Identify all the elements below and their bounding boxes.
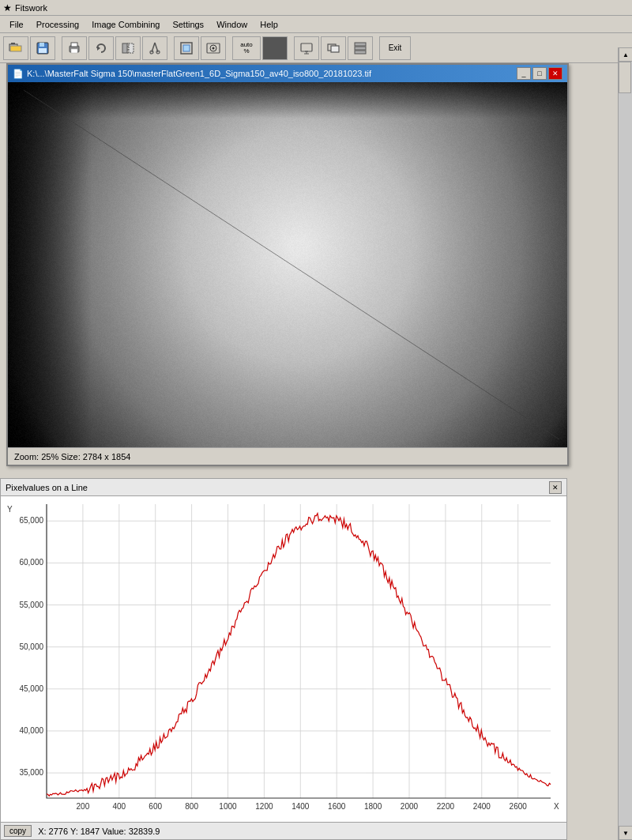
svg-rect-5 — [39, 48, 47, 53]
svg-rect-1 — [11, 43, 15, 44]
app-icon: ★ — [3, 2, 12, 13]
image-canvas-container — [8, 82, 567, 447]
color-box — [262, 36, 288, 60]
svg-rect-8 — [71, 49, 77, 53]
chart-area — [1, 496, 566, 822]
scroll-track[interactable] — [619, 62, 632, 826]
chart-canvas — [1, 496, 566, 822]
chart-status-bar: copy X: 2776 Y: 1847 Value: 32839.9 — [1, 822, 566, 839]
open-button[interactable] — [3, 36, 28, 60]
menu-window[interactable]: Window — [210, 18, 254, 31]
chart-title: Pixelvalues on a Line — [6, 483, 88, 492]
svg-rect-27 — [331, 46, 339, 52]
exit-button[interactable]: Exit — [379, 36, 411, 60]
maximize-button[interactable]: □ — [532, 67, 547, 80]
menu-file[interactable]: File — [3, 18, 30, 31]
menu-settings[interactable]: Settings — [166, 18, 210, 31]
title-bar: ★ Fitswork — [0, 0, 632, 16]
menu-processing[interactable]: Processing — [30, 18, 85, 31]
image-status-bar: Zoom: 25% Size: 2784 x 1854 — [8, 447, 567, 465]
preview-button[interactable] — [201, 36, 226, 60]
svg-rect-2 — [10, 46, 21, 51]
svg-point-21 — [213, 47, 215, 49]
auto-percent-button[interactable]: auto % — [232, 36, 261, 60]
flip-button[interactable] — [115, 36, 141, 60]
svg-rect-30 — [355, 51, 366, 54]
image-window-title: K:\...\MasterFalt Sigma 150\masterFlatGr… — [27, 69, 517, 78]
svg-rect-28 — [355, 43, 366, 46]
svg-rect-4 — [40, 43, 44, 47]
minimize-button[interactable]: _ — [517, 67, 531, 80]
svg-rect-10 — [122, 43, 127, 53]
image-window-controls: _ □ ✕ — [517, 67, 562, 80]
svg-rect-11 — [129, 43, 134, 53]
chart-panel: Pixelvalues on a Line ✕ copy X: 2776 Y: … — [0, 478, 567, 840]
svg-rect-29 — [355, 47, 366, 50]
right-scrollbar: ▲ ▼ — [618, 47, 632, 840]
scroll-up-button[interactable]: ▲ — [619, 47, 632, 62]
svg-marker-9 — [97, 46, 100, 51]
menu-bar: File Processing Image Combining Settings… — [0, 16, 632, 33]
settings-button[interactable] — [348, 36, 373, 60]
scroll-thumb[interactable] — [619, 62, 631, 93]
window-button[interactable] — [321, 36, 346, 60]
fit-button[interactable] — [174, 36, 199, 60]
image-canvas — [8, 82, 567, 447]
rotate-button[interactable] — [88, 36, 114, 60]
scroll-down-button[interactable]: ▼ — [619, 826, 632, 840]
cut-button[interactable] — [142, 36, 167, 60]
svg-rect-7 — [71, 43, 77, 47]
image-window-titlebar: 📄 K:\...\MasterFalt Sigma 150\masterFlat… — [8, 65, 567, 82]
chart-close-button[interactable]: ✕ — [549, 481, 562, 494]
svg-rect-18 — [183, 45, 190, 51]
menu-help[interactable]: Help — [254, 18, 284, 31]
svg-rect-22 — [301, 43, 312, 51]
menu-image-combining[interactable]: Image Combining — [85, 18, 166, 31]
toolbar: auto % Exit — [0, 33, 632, 63]
save-button[interactable] — [30, 36, 55, 60]
image-window: 📄 K:\...\MasterFalt Sigma 150\masterFlat… — [6, 63, 569, 466]
image-status-text: Zoom: 25% Size: 2784 x 1854 — [14, 452, 130, 461]
chart-titlebar: Pixelvalues on a Line ✕ — [1, 479, 566, 496]
print-button[interactable] — [62, 36, 87, 60]
app-title: Fitswork — [15, 3, 47, 13]
monitor-button[interactable] — [294, 36, 319, 60]
close-button[interactable]: ✕ — [548, 67, 562, 80]
copy-button[interactable]: copy — [4, 825, 32, 837]
chart-position: X: 2776 Y: 1847 Value: 32839.9 — [38, 827, 160, 836]
